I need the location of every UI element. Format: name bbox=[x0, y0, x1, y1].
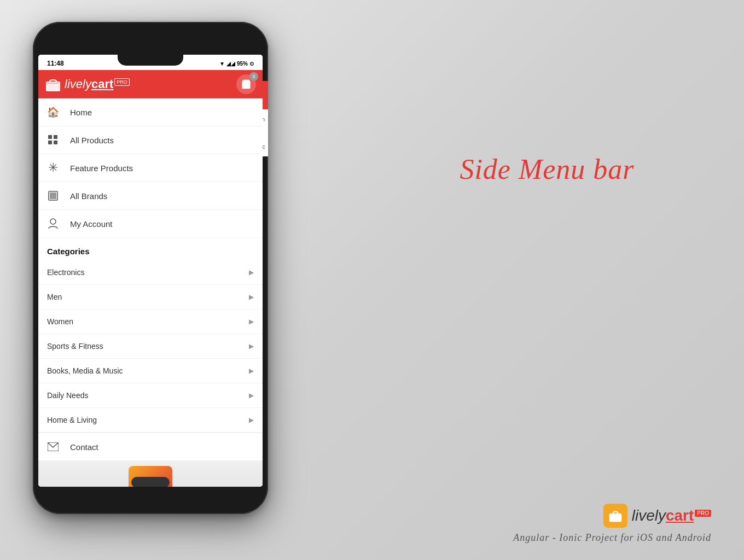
nav-feature-products-label: Feature Products bbox=[70, 164, 133, 173]
chevron-right-icon: ▶ bbox=[249, 269, 254, 276]
brands-icon bbox=[47, 190, 59, 202]
brand-bag-icon bbox=[603, 504, 627, 528]
nav-item-feature-products[interactable]: ✳ Feature Products bbox=[38, 154, 263, 182]
nav-all-brands-label: All Brands bbox=[70, 191, 107, 201]
chevron-right-icon: ▶ bbox=[249, 416, 254, 424]
asterisk-icon: ✳ bbox=[47, 162, 59, 174]
home-icon: 🏠 bbox=[47, 106, 59, 118]
category-item-men[interactable]: Men ▶ bbox=[38, 285, 263, 310]
category-sports-label: Sports & Fitness bbox=[47, 342, 103, 351]
cart-button[interactable]: 0 bbox=[236, 74, 256, 94]
status-time: 11:48 bbox=[47, 60, 64, 67]
right-panel: Side Menu bar bbox=[383, 44, 711, 185]
category-home-living-label: Home & Living bbox=[47, 416, 97, 424]
cart-count: 0 bbox=[249, 72, 258, 81]
chevron-right-icon: ▶ bbox=[249, 293, 254, 301]
svg-rect-8 bbox=[50, 192, 56, 199]
page-container: ctetur biscing elit. n litteris t expedi… bbox=[0, 0, 744, 560]
brands-svg bbox=[48, 191, 58, 201]
battery-icon: ⊙ bbox=[249, 61, 254, 67]
bag-svg bbox=[608, 509, 623, 523]
nav-item-my-account[interactable]: My Account bbox=[38, 210, 263, 238]
envelope-svg bbox=[48, 442, 59, 451]
logo-cart: cart bbox=[91, 77, 113, 91]
chevron-right-icon: ▶ bbox=[249, 392, 254, 399]
side-menu: 🏠 Home All Products ✳ bbox=[38, 98, 263, 487]
phone-notch bbox=[118, 55, 183, 66]
account-svg bbox=[48, 218, 58, 229]
category-item-daily-needs[interactable]: Daily Needs ▶ bbox=[38, 383, 263, 408]
skateboard-thumbnail bbox=[129, 466, 172, 487]
category-item-books[interactable]: Books, Media & Music ▶ bbox=[38, 359, 263, 383]
category-item-home-living[interactable]: Home & Living ▶ bbox=[38, 408, 263, 433]
bottom-branding: livelycartPRO Angular - Ionic Project fo… bbox=[513, 504, 711, 544]
category-men-label: Men bbox=[47, 293, 62, 301]
brand-subtitle: Angular - Ionic Project for iOS and Andr… bbox=[513, 532, 711, 544]
grid-svg bbox=[48, 135, 58, 145]
phone-mockup: ctetur biscing elit. n litteris t expedi… bbox=[33, 22, 268, 514]
svg-rect-5 bbox=[48, 141, 52, 144]
contact-label: Contact bbox=[70, 442, 98, 452]
brand-logo-bottom: livelycartPRO bbox=[603, 504, 711, 528]
svg-rect-1 bbox=[47, 83, 59, 84]
nav-home-label: Home bbox=[70, 108, 92, 117]
category-daily-needs-label: Daily Needs bbox=[47, 391, 88, 400]
category-women-label: Women bbox=[47, 317, 73, 326]
nav-item-home[interactable]: 🏠 Home bbox=[38, 98, 263, 126]
category-books-label: Books, Media & Music bbox=[47, 366, 123, 375]
account-icon bbox=[47, 218, 59, 230]
category-electronics-label: Electronics bbox=[47, 268, 84, 277]
app-header: livelycartPRO 0 bbox=[38, 70, 263, 98]
category-item-sports-fitness[interactable]: Sports & Fitness ▶ bbox=[38, 334, 263, 359]
contact-icon bbox=[47, 441, 59, 453]
chevron-right-icon: ▶ bbox=[249, 342, 254, 350]
category-item-electronics[interactable]: Electronics ▶ bbox=[38, 260, 263, 285]
svg-rect-3 bbox=[48, 135, 52, 139]
battery-level: 95% bbox=[237, 61, 248, 67]
nav-my-account-label: My Account bbox=[70, 219, 113, 229]
app-logo: livelycartPRO bbox=[45, 77, 256, 91]
brand-pro: PRO bbox=[695, 510, 711, 517]
chevron-right-icon: ▶ bbox=[249, 367, 254, 375]
categories-header: Categories bbox=[38, 238, 263, 260]
logo-lively: lively bbox=[65, 77, 91, 91]
signal-icon: ◢◢ bbox=[226, 61, 235, 67]
brand-cart: cart bbox=[666, 507, 694, 524]
nav-all-products-label: All Products bbox=[70, 136, 114, 145]
chevron-right-icon: ▶ bbox=[249, 318, 254, 325]
brand-lively: lively bbox=[632, 507, 666, 524]
skateboard-area bbox=[38, 460, 263, 487]
cart-icon bbox=[241, 79, 252, 90]
svg-rect-11 bbox=[609, 514, 621, 522]
grid-icon bbox=[47, 134, 59, 146]
category-item-women[interactable]: Women ▶ bbox=[38, 310, 263, 334]
logo-pro-badge: PRO bbox=[114, 78, 130, 86]
svg-point-9 bbox=[50, 219, 56, 224]
wifi-icon: ▼ bbox=[219, 61, 225, 67]
svg-rect-4 bbox=[54, 135, 57, 139]
side-menu-title: Side Menu bar bbox=[383, 153, 711, 185]
svg-rect-6 bbox=[54, 141, 57, 144]
nav-item-all-products[interactable]: All Products bbox=[38, 126, 263, 154]
contact-item[interactable]: Contact bbox=[38, 433, 263, 460]
logo-text: livelycartPRO bbox=[65, 77, 130, 91]
nav-item-all-brands[interactable]: All Brands bbox=[38, 182, 263, 210]
logo-bag-icon bbox=[45, 77, 61, 91]
phone-screen: 11:48 ▼ ◢◢ 95% ⊙ bbox=[38, 55, 263, 487]
status-icons: ▼ ◢◢ 95% ⊙ bbox=[219, 61, 254, 67]
brand-text-bottom: livelycartPRO bbox=[632, 507, 711, 524]
